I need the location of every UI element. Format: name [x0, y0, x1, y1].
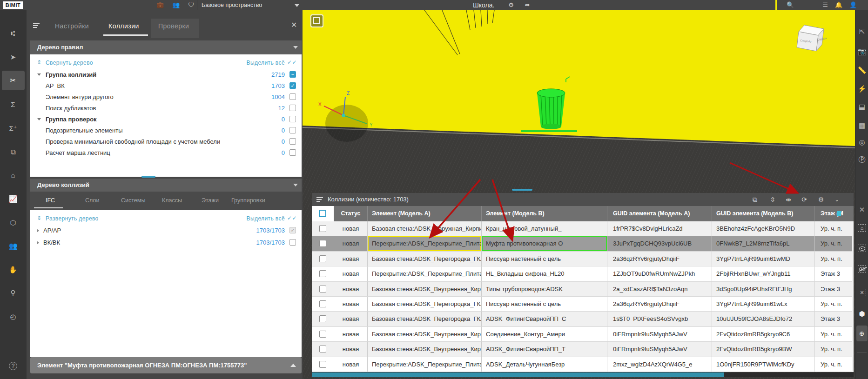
col-status[interactable]: Статус	[334, 206, 368, 221]
tree-row[interactable]: Группа коллизий 2719 −	[30, 69, 302, 80]
select-all-link[interactable]: Выделить всё	[247, 215, 285, 222]
node-label[interactable]: ВК/ВК	[43, 239, 60, 246]
table-menu-icon[interactable]	[316, 197, 323, 202]
table-resize-handle[interactable]	[512, 189, 532, 191]
fit-rows-icon[interactable]: ⇹	[784, 195, 793, 204]
rule-checkbox[interactable]	[289, 127, 296, 133]
col-guid-a[interactable]: GUID элемента (Модель А)	[607, 206, 712, 221]
tree-row[interactable]: Поиск дубликатов 12	[30, 103, 302, 114]
tab-settings[interactable]: Настройки	[55, 22, 89, 30]
rule-label[interactable]: Группа коллизий	[46, 71, 96, 78]
tree-row[interactable]: Группа проверок 0	[30, 114, 302, 125]
col-floor[interactable]: Этаж (М	[814, 206, 854, 221]
table-row[interactable]: новая Базовая стена:ADSK_Перегородка_ГКЛ…	[312, 297, 852, 312]
expand-node-icon[interactable]	[37, 241, 39, 245]
2d-view-icon[interactable]: ⧉	[7, 148, 19, 156]
close-icon[interactable]: ✕	[291, 20, 297, 29]
table-row[interactable]: новая Базовая стена:ADSK_Перегородка_ГКЛ…	[312, 312, 852, 326]
row-checkbox[interactable]	[319, 240, 326, 247]
hide-element-icon[interactable]	[858, 265, 866, 273]
expand-tree-link[interactable]: Развернуть дерево	[46, 215, 99, 222]
table-row[interactable]: новая Базовая стена:ADSK_Перегородка_ГКЛ…	[312, 252, 852, 266]
tree-row[interactable]: Подозрительные элементы 0	[30, 125, 302, 136]
rule-checkbox[interactable]	[289, 116, 296, 122]
tab-ifc[interactable]: IFC	[46, 197, 55, 204]
users-icon[interactable]: 👥	[7, 242, 19, 250]
tree-row[interactable]: Элемент внтури другого 1004	[30, 92, 302, 103]
row-checkbox[interactable]	[319, 225, 326, 232]
col-element-a[interactable]: Элемент (Модель А)	[368, 206, 482, 221]
double-check-icon[interactable]: ✓✓	[287, 215, 297, 221]
tree-row[interactable]: АР/АР 1703/1703 ✓	[30, 225, 302, 236]
hierarchy-icon[interactable]: ⑆	[7, 29, 19, 38]
lightning-icon[interactable]: ⚡	[856, 85, 868, 93]
table-row[interactable]: новая Базовая стена:ADSK_Внутренняя_Кирп…	[312, 282, 852, 297]
person-location-icon[interactable]: ⚲	[7, 289, 19, 297]
settings-icon[interactable]: ⚙	[816, 195, 826, 204]
tab-collisions[interactable]: Коллизии	[108, 22, 139, 30]
list-icon[interactable]: ☰	[821, 1, 829, 9]
ruler-icon[interactable]: 📏	[856, 66, 868, 74]
grid-icon[interactable]: ▦	[856, 121, 868, 130]
row-checkbox[interactable]	[319, 361, 326, 368]
tab-classes[interactable]: Классы	[162, 197, 182, 204]
notifications-icon[interactable]: 🔔	[834, 1, 843, 9]
rule-label[interactable]: АР_ВК	[46, 82, 65, 89]
chevron-down-icon[interactable]: ⌄	[832, 195, 841, 204]
row-checkbox[interactable]	[319, 331, 326, 338]
section-icon[interactable]: ⬓	[856, 103, 868, 111]
gauge-icon[interactable]: ◴	[7, 313, 19, 321]
target-icon[interactable]: ◎	[856, 138, 868, 146]
scrollbar-thumb[interactable]	[312, 372, 724, 377]
node-label[interactable]: АР/АР	[43, 227, 61, 234]
chevron-down-icon[interactable]	[295, 4, 299, 7]
table-row[interactable]: новая Перекрытие:ADSK_Перекрытие_Плита_Б…	[312, 266, 852, 281]
node-checkbox[interactable]	[289, 239, 296, 246]
tree-row[interactable]: ВК/ВК 1703/1703	[30, 237, 302, 248]
rule-checkbox[interactable]	[289, 138, 296, 145]
row-checkbox[interactable]	[319, 255, 326, 262]
expand-tree-icon[interactable]: ⇕	[37, 215, 41, 221]
parking-icon[interactable]: Ⓟ	[856, 155, 868, 164]
orbit-icon[interactable]: 🜨	[856, 329, 868, 338]
rule-checkbox[interactable]: −	[289, 71, 296, 78]
tree-row[interactable]: АР_ВК 1703 ✓	[30, 80, 302, 92]
sum-add-icon[interactable]: Σ⁺	[7, 124, 19, 133]
double-check-icon[interactable]: ✓✓	[287, 59, 297, 66]
row-checkbox[interactable]	[319, 270, 326, 277]
select-all-link[interactable]: Выделить всё	[247, 60, 285, 66]
rules-tree-header[interactable]: Дерево правил	[30, 40, 302, 54]
solid-model-icon[interactable]: ⬢	[856, 310, 868, 318]
tab-floors[interactable]: Этажи	[202, 197, 219, 204]
collision-tree-header[interactable]: Дерево коллизий	[30, 179, 302, 192]
col-guid-b[interactable]: GUID элемента (Модель В)	[712, 206, 814, 221]
rule-label[interactable]: Проверка минимальной свободной площади с…	[46, 138, 220, 145]
table-row[interactable]: новая Базовая стена:ADSK_Наружная_Кирпич…	[312, 221, 852, 236]
viewport-frame-icon[interactable]	[311, 15, 323, 27]
tree-row[interactable]: Расчет марша лестниц 0	[30, 147, 302, 159]
tab-layers[interactable]: Слои	[85, 197, 99, 204]
rule-label[interactable]: Расчет марша лестниц	[46, 149, 110, 156]
rule-label[interactable]: Подозрительные элементы	[46, 127, 123, 134]
sum-icon[interactable]: Σ	[7, 100, 19, 109]
select-all-checkbox[interactable]	[319, 210, 326, 217]
row-checkbox[interactable]	[319, 286, 326, 293]
row-checkbox[interactable]	[319, 300, 326, 307]
camera-icon[interactable]: 📷	[856, 47, 868, 56]
table-row[interactable]: новая Базовая стена:ADSK_Внутренняя_Кирп…	[312, 327, 852, 342]
col-element-b[interactable]: Элемент (Модель В)	[482, 206, 607, 221]
delete-selection-icon[interactable]: ✕	[858, 289, 866, 296]
shield-icon[interactable]: 🛡	[187, 1, 195, 9]
share-icon[interactable]: ➦	[523, 1, 532, 9]
collapse-node-icon[interactable]	[37, 118, 41, 120]
expand-node-icon[interactable]	[37, 229, 39, 233]
horizontal-scrollbar[interactable]	[312, 372, 854, 377]
row-checkbox[interactable]	[319, 346, 326, 352]
tab-checks[interactable]: Проверки	[158, 22, 189, 30]
table-row[interactable]: новая Базовая стена:ADSK_Внутренняя_Кирп…	[312, 342, 852, 357]
row-height-icon[interactable]: ⇳	[768, 195, 777, 204]
rule-checkbox[interactable]: ✓	[289, 82, 296, 89]
tab-groupings[interactable]: Группировки	[231, 197, 265, 204]
node-checkbox[interactable]: ✓	[289, 227, 296, 233]
row-checkbox[interactable]	[319, 315, 326, 322]
